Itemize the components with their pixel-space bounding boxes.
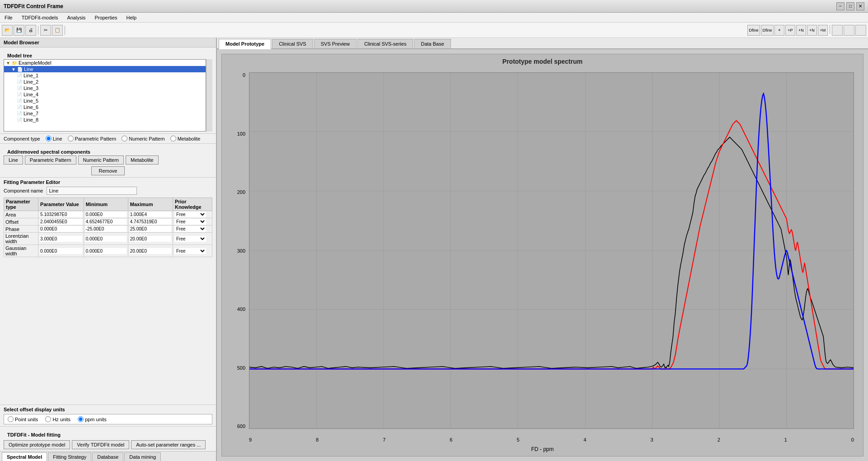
param-value-input-2[interactable]: [40, 226, 82, 232]
param-max-1[interactable]: [128, 218, 173, 226]
radio-point-input[interactable]: [8, 416, 14, 422]
param-max-input-2[interactable]: [130, 226, 171, 232]
toolbar-r9[interactable]: [844, 25, 854, 36]
toolbar-paste[interactable]: 📋: [52, 25, 63, 36]
menu-analysis[interactable]: Analysis: [64, 14, 88, 21]
radio-numeric-input[interactable]: [122, 136, 127, 141]
add-numeric-button[interactable]: Numeric Pattern: [78, 155, 124, 165]
tab-data-base[interactable]: Data Base: [414, 39, 450, 48]
tab-model-prototype[interactable]: Model Prototype: [219, 39, 271, 49]
param-value-input-4[interactable]: [40, 248, 82, 254]
radio-point-units[interactable]: Point units: [8, 416, 38, 422]
param-max-2[interactable]: [128, 226, 173, 233]
param-min-4[interactable]: [84, 245, 128, 257]
tab-database[interactable]: Database: [92, 452, 123, 461]
tree-item-line7[interactable]: 📄 Line_7: [4, 110, 206, 117]
remove-button[interactable]: Remove: [91, 166, 125, 175]
param-value-input-0[interactable]: [40, 212, 82, 217]
tab-fitting-strategy[interactable]: Fitting Strategy: [48, 452, 91, 461]
radio-line-input[interactable]: [46, 136, 52, 141]
radio-ppm-units[interactable]: ppm units: [78, 416, 107, 422]
param-min-input-4[interactable]: [85, 248, 127, 254]
radio-parametric[interactable]: Parametric Pattern: [68, 136, 117, 141]
param-min-0[interactable]: [84, 211, 128, 218]
toolbar-open[interactable]: 📂: [2, 25, 13, 36]
toolbar-save[interactable]: 💾: [14, 25, 24, 36]
toolbar-r5[interactable]: +N: [796, 25, 806, 36]
param-value-input-1[interactable]: [40, 219, 82, 225]
radio-hz-units[interactable]: Hz units: [45, 416, 70, 422]
toolbar-r4[interactable]: +P: [785, 25, 795, 36]
radio-hz-input[interactable]: [45, 416, 51, 422]
radio-parametric-input[interactable]: [68, 136, 74, 141]
tree-item-line4[interactable]: 📄 Line_4: [4, 91, 206, 98]
close-button[interactable]: ✕: [856, 2, 864, 10]
param-prior-0[interactable]: FreeFixedSoft: [173, 211, 212, 218]
param-min-1[interactable]: [84, 218, 128, 226]
tree-item-line6[interactable]: 📄 Line_6: [4, 104, 206, 110]
param-max-input-4[interactable]: [130, 248, 171, 254]
param-max-3[interactable]: [128, 233, 173, 245]
tab-svs-preview[interactable]: SVS Preview: [314, 39, 357, 48]
radio-line[interactable]: Line: [46, 136, 62, 141]
param-min-3[interactable]: [84, 233, 128, 245]
param-min-2[interactable]: [84, 226, 128, 233]
toolbar-r6[interactable]: +N: [807, 25, 817, 36]
toolbar-r2[interactable]: Dfine: [761, 25, 774, 36]
radio-metabolite-input[interactable]: [170, 136, 176, 141]
param-min-input-2[interactable]: [85, 226, 127, 232]
tree-item-line3[interactable]: 📄 Line_3: [4, 85, 206, 91]
tab-data-mining[interactable]: Data mining: [124, 452, 161, 461]
menu-help[interactable]: Help: [124, 14, 140, 21]
param-value-3[interactable]: [38, 233, 84, 245]
param-prior-2[interactable]: FreeFixedSoft: [173, 226, 212, 233]
param-prior-select-2[interactable]: FreeFixedSoft: [174, 226, 206, 232]
maximize-button[interactable]: □: [846, 2, 854, 10]
tree-scrollbar[interactable]: [206, 59, 212, 132]
radio-ppm-input[interactable]: [78, 416, 84, 422]
param-prior-select-0[interactable]: FreeFixedSoft: [174, 212, 206, 217]
param-value-1[interactable]: [38, 218, 84, 226]
add-line-button[interactable]: Line: [4, 155, 23, 165]
param-max-4[interactable]: [128, 245, 173, 257]
param-prior-4[interactable]: FreeFixedSoft: [173, 245, 212, 257]
param-value-0[interactable]: [38, 211, 84, 218]
minimize-button[interactable]: −: [836, 2, 845, 10]
param-prior-select-3[interactable]: FreeFixedSoft: [174, 236, 206, 242]
tree-item-line[interactable]: ▼ 📄 Line: [4, 66, 206, 72]
tree-item-line1[interactable]: 📄 Line_1: [4, 72, 206, 79]
param-max-0[interactable]: [128, 211, 173, 218]
param-value-4[interactable]: [38, 245, 84, 257]
param-prior-select-4[interactable]: FreeFixedSoft: [174, 248, 206, 254]
tree-item-line5[interactable]: 📄 Line_5: [4, 98, 206, 104]
toolbar-cut[interactable]: ✂: [40, 25, 51, 36]
param-prior-1[interactable]: FreeFixedSoft: [173, 218, 212, 226]
component-name-input[interactable]: [47, 187, 137, 195]
tree-item-line2[interactable]: 📄 Line_2: [4, 79, 206, 85]
param-prior-3[interactable]: FreeFixedSoft: [173, 233, 212, 245]
param-prior-select-1[interactable]: FreeFixedSoft: [174, 219, 206, 225]
param-min-input-0[interactable]: [85, 212, 127, 217]
param-max-input-1[interactable]: [130, 219, 171, 225]
menu-tdffit-models[interactable]: TDFDFit-models: [19, 14, 61, 21]
tree-item-examplemodel[interactable]: ▼ 📁 ExampleModel: [4, 60, 206, 66]
param-value-input-3[interactable]: [40, 236, 82, 242]
toolbar-print[interactable]: 🖨: [25, 25, 36, 36]
add-parametric-button[interactable]: Parametric Pattern: [25, 155, 76, 165]
menu-properties[interactable]: Properties: [92, 14, 120, 21]
optimize-button[interactable]: Optimize prototype model: [4, 440, 70, 449]
menu-file[interactable]: File: [2, 14, 15, 21]
add-metabolite-button[interactable]: Metabolite: [126, 155, 159, 165]
param-max-input-3[interactable]: [130, 236, 171, 242]
autoset-button[interactable]: Auto-set parameter ranges ...: [131, 440, 206, 449]
toolbar-r3[interactable]: +: [774, 25, 784, 36]
param-value-2[interactable]: [38, 226, 84, 233]
radio-numeric[interactable]: Numeric Pattern: [122, 136, 164, 141]
toolbar-r10[interactable]: [855, 25, 866, 36]
toolbar-r7[interactable]: +M: [818, 25, 828, 36]
tab-spectral-model[interactable]: Spectral Model: [2, 452, 47, 461]
param-min-input-1[interactable]: [85, 219, 127, 225]
tab-clinical-svs[interactable]: Clinical SVS: [272, 39, 313, 48]
tree-item-line8[interactable]: 📄 Line_8: [4, 117, 206, 123]
param-min-input-3[interactable]: [85, 236, 127, 242]
